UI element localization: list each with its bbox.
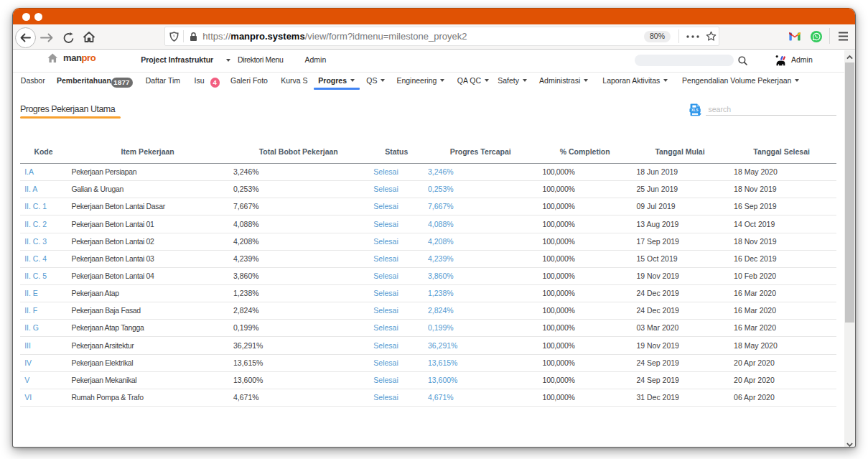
svg-text:XLS: XLS [691,108,699,112]
